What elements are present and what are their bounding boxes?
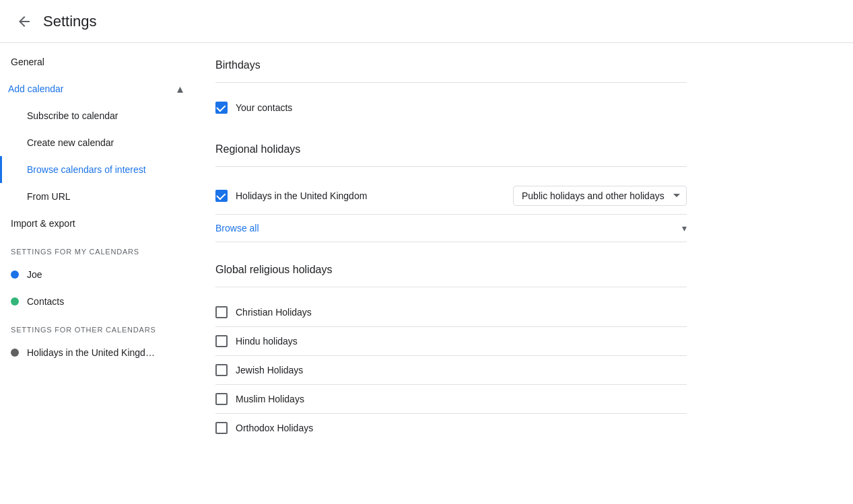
birthdays-section: Birthdays Your contacts <box>215 59 687 122</box>
holidays-uk-row: Holidays in the United Kingdom Public ho… <box>215 178 687 215</box>
page-title: Settings <box>43 13 97 30</box>
holidays-uk-row-label: Holidays in the United Kingdom <box>236 190 505 201</box>
main-content: Birthdays Your contacts Regional holiday… <box>189 43 853 504</box>
muslim-row: Muslim Holidays <box>215 385 687 414</box>
jewish-row: Jewish Holidays <box>215 356 687 385</box>
joe-label: Joe <box>27 269 42 280</box>
your-contacts-row: Your contacts <box>215 94 687 122</box>
sidebar-sub-item-url[interactable]: From URL <box>0 183 183 210</box>
muslim-label: Muslim Holidays <box>236 394 687 404</box>
sidebar-calendar-holidays-uk[interactable]: Holidays in the United Kingd… <box>0 339 189 366</box>
contacts-label: Contacts <box>27 296 64 307</box>
holidays-uk-label: Holidays in the United Kingd… <box>27 347 155 358</box>
hindu-checkbox[interactable] <box>215 335 228 347</box>
orthodox-label: Orthodox Holidays <box>236 423 687 433</box>
christian-checkbox[interactable] <box>215 306 228 318</box>
sidebar-calendar-contacts[interactable]: Contacts <box>0 288 189 315</box>
hindu-label: Hindu holidays <box>236 336 687 347</box>
url-label: From URL <box>27 191 71 202</box>
import-export-label: Import & export <box>11 218 75 229</box>
orthodox-row: Orthodox Holidays <box>215 414 687 442</box>
orthodox-checkbox[interactable] <box>215 422 228 434</box>
subscribe-label: Subscribe to calendar <box>27 110 118 121</box>
layout: General Add calendar ▴ Subscribe to cale… <box>0 43 853 504</box>
holidays-type-dropdown[interactable]: Public holidays and other holidays Publi… <box>513 186 687 206</box>
jewish-label: Jewish Holidays <box>236 365 687 375</box>
regional-holidays-title: Regional holidays <box>215 143 687 155</box>
sidebar-sub-item-browse[interactable]: Browse calendars of interest <box>0 156 183 183</box>
global-religious-title: Global religious holidays <box>215 264 687 276</box>
holidays-uk-checkbox[interactable] <box>215 190 228 202</box>
sidebar-sub-item-subscribe[interactable]: Subscribe to calendar <box>0 102 183 129</box>
christian-row: Christian Holidays <box>215 298 687 327</box>
joe-dot <box>11 271 19 279</box>
christian-label: Christian Holidays <box>236 307 687 318</box>
regional-holidays-section: Regional holidays Holidays in the United… <box>215 143 687 242</box>
browse-all-chevron-icon: ▾ <box>682 223 687 233</box>
browse-all-row[interactable]: Browse all ▾ <box>215 215 687 242</box>
back-button[interactable] <box>11 8 38 35</box>
back-arrow-icon <box>16 13 32 30</box>
your-contacts-label: Your contacts <box>236 102 687 113</box>
sidebar-item-general[interactable]: General <box>0 48 183 75</box>
sidebar-sub-item-create[interactable]: Create new calendar <box>0 129 183 156</box>
your-contacts-checkbox[interactable] <box>215 102 228 114</box>
add-calendar-label: Add calendar <box>8 83 64 94</box>
holidays-uk-dot <box>11 349 19 357</box>
browse-label: Browse calendars of interest <box>27 164 146 175</box>
general-label: General <box>11 57 44 67</box>
jewish-checkbox[interactable] <box>215 364 228 376</box>
other-calendars-heading: Settings for other calendars <box>0 320 189 339</box>
sidebar-item-import-export[interactable]: Import & export <box>0 210 183 237</box>
browse-all-label: Browse all <box>215 223 259 233</box>
birthdays-title: Birthdays <box>215 59 687 71</box>
contacts-dot <box>11 297 19 305</box>
sidebar: General Add calendar ▴ Subscribe to cale… <box>0 43 189 504</box>
header: Settings <box>0 0 853 43</box>
muslim-checkbox[interactable] <box>215 393 228 405</box>
create-label: Create new calendar <box>27 137 114 148</box>
chevron-up-icon: ▴ <box>177 81 183 96</box>
sidebar-item-add-calendar[interactable]: Add calendar ▴ <box>0 75 189 102</box>
global-religious-section: Global religious holidays Christian Holi… <box>215 264 687 442</box>
sidebar-calendar-joe[interactable]: Joe <box>0 261 189 288</box>
hindu-row: Hindu holidays <box>215 327 687 356</box>
my-calendars-heading: Settings for my calendars <box>0 242 189 261</box>
